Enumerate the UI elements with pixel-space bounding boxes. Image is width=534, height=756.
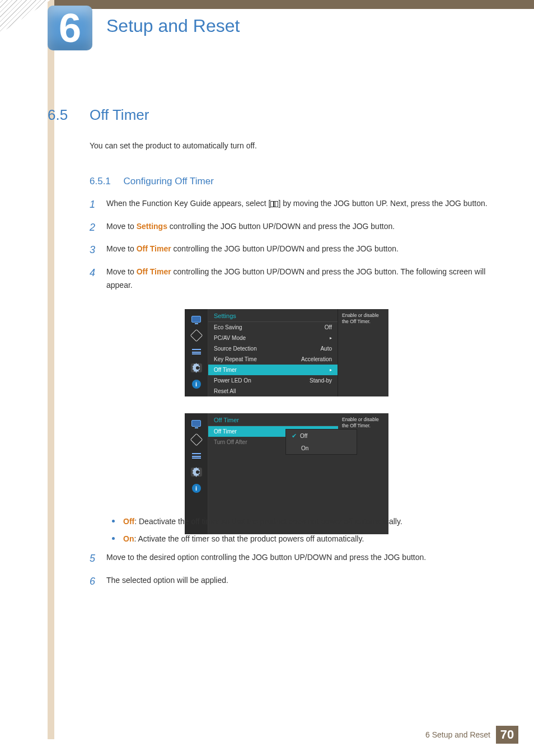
option-bullet-list: Off: Deactivate the off timer so that th… xyxy=(109,514,490,548)
gear-icon xyxy=(191,468,202,477)
osd-row-reset-all: Reset All xyxy=(208,386,338,396)
page-footer: 6 Setup and Reset 70 xyxy=(425,726,518,744)
osd-row-label: Off Timer xyxy=(214,428,237,435)
osd-row-off-timer: Off Timer ▸ xyxy=(208,365,338,375)
highlight-settings: Settings xyxy=(137,222,167,231)
osd-row-value: Off xyxy=(325,324,332,330)
step-number: 3 xyxy=(90,241,106,259)
step-3: 3 Move to Off Timer controlling the JOG … xyxy=(90,241,493,259)
step-body: When the Function Key Guide appears, sel… xyxy=(106,196,493,213)
step-2: 2 Move to Settings controlling the JOG b… xyxy=(90,219,493,236)
bullet-bold: On xyxy=(123,534,134,543)
highlight-off-timer: Off Timer xyxy=(137,267,171,276)
osd-row-label: PC/AV Mode xyxy=(214,335,246,341)
osd-row-label: Reset All xyxy=(214,388,236,394)
osd-menu-panel: Settings Eco Saving Off PC/AV Mode ▸ Sou… xyxy=(208,309,338,396)
gear-icon xyxy=(191,363,202,372)
osd-help-panel: Enable or disable the Off Timer. xyxy=(338,309,388,396)
step-body: Move to the desired option controlling t… xyxy=(106,550,493,567)
info-icon: i xyxy=(191,484,202,493)
step-text: Move to xyxy=(106,267,137,276)
steps-list: 1 When the Function Key Guide appears, s… xyxy=(90,196,493,297)
section-number: 6.5 xyxy=(48,106,90,124)
info-icon: i xyxy=(191,380,202,389)
list-icon xyxy=(191,451,202,460)
osd-option-popup: ✔ Off On xyxy=(285,429,357,455)
bullet-on: On: Activate the off timer so that the p… xyxy=(109,531,490,547)
section-heading: 6.5 Off Timer xyxy=(48,106,149,124)
osd-row-value: Auto xyxy=(320,346,332,352)
step-body: The selected option will be applied. xyxy=(106,573,493,590)
step-4: 4 Move to Off Timer controlling the JOG … xyxy=(90,264,493,292)
bullet-bold: Off xyxy=(123,517,134,526)
step-number: 1 xyxy=(90,196,106,213)
chevron-right-icon: ▸ xyxy=(330,335,332,340)
osd-row-source-detection: Source Detection Auto xyxy=(208,343,338,354)
step-body: Move to Off Timer controlling the JOG bu… xyxy=(106,241,493,259)
step-5: 5 Move to the desired option controlling… xyxy=(90,550,493,567)
check-icon: ✔ xyxy=(292,432,297,440)
move-icon xyxy=(191,435,202,444)
subsection-heading: 6.5.1 Configuring Off Timer xyxy=(90,176,214,187)
move-icon xyxy=(191,331,202,340)
chapter-number-badge: 6 xyxy=(48,6,92,50)
osd-row-label: Key Repeat Time xyxy=(214,356,257,362)
step-text: Move to xyxy=(106,244,137,253)
osd-option-on: On xyxy=(286,442,357,454)
osd-row-label: Eco Saving xyxy=(214,324,242,330)
osd-row-label: Power LED On xyxy=(214,377,251,384)
step-text: controlling the JOG button UP/DOWN and p… xyxy=(171,244,399,253)
osd-option-label: Off xyxy=(300,433,307,439)
step-number: 6 xyxy=(90,573,106,590)
osd-panel-title: Off Timer xyxy=(208,413,338,426)
osd-panel-title: Settings xyxy=(208,309,338,322)
subsection-number: 6.5.1 xyxy=(90,176,111,186)
step-body: Move to Settings controlling the JOG but… xyxy=(106,219,493,236)
step-number: 5 xyxy=(90,550,106,567)
osd-option-off: ✔ Off xyxy=(286,430,357,442)
osd-icon-column: i xyxy=(185,309,208,396)
chapter-title: Setup and Reset xyxy=(106,16,240,36)
osd-row-label: Off Timer xyxy=(214,367,237,373)
step-text: Move to xyxy=(106,222,137,231)
osd-settings-screen: i Settings Eco Saving Off PC/AV Mode ▸ S… xyxy=(185,309,388,396)
monitor-icon xyxy=(191,419,202,428)
monitor-icon xyxy=(191,315,202,324)
steps-list-continued: 5 Move to the desired option controlling… xyxy=(90,550,493,595)
step-text: When the Function Key Guide appears, sel… xyxy=(106,199,270,208)
osd-row-label: Source Detection xyxy=(214,346,257,352)
osd-row-value: Acceleration xyxy=(301,356,332,362)
corner-hatch-decoration xyxy=(0,0,50,34)
osd-row-key-repeat-time: Key Repeat Time Acceleration xyxy=(208,354,338,365)
highlight-off-timer: Off Timer xyxy=(137,244,171,253)
chevron-right-icon: ▸ xyxy=(330,367,332,372)
step-text: controlling the JOG button UP/DOWN and p… xyxy=(167,222,395,231)
bullet-text: : Deactivate the off timer so that the p… xyxy=(134,517,402,526)
osd-row-power-led-on: Power LED On Stand-by xyxy=(208,375,338,386)
subsection-title: Configuring Off Timer xyxy=(124,176,214,186)
top-accent-bar xyxy=(53,0,534,9)
bullet-off: Off: Deactivate the off timer so that th… xyxy=(109,514,490,529)
osd-option-label: On xyxy=(301,445,308,451)
footer-chapter-label: 6 Setup and Reset xyxy=(425,730,490,739)
step-number: 4 xyxy=(90,264,106,292)
intro-paragraph: You can set the product to automatically… xyxy=(90,141,257,150)
step-number: 2 xyxy=(90,219,106,236)
step-6: 6 The selected option will be applied. xyxy=(90,573,493,590)
page-number: 70 xyxy=(496,726,518,744)
bullet-text: : Activate the off timer so that the pro… xyxy=(134,534,364,543)
list-icon xyxy=(191,347,202,356)
step-1: 1 When the Function Key Guide appears, s… xyxy=(90,196,493,213)
section-title: Off Timer xyxy=(90,106,149,124)
step-text: ] by moving the JOG button UP. Next, pre… xyxy=(278,199,487,208)
menu-icon xyxy=(270,201,278,207)
osd-row-eco-saving: Eco Saving Off xyxy=(208,322,338,333)
osd-row-label: Turn Off After xyxy=(214,439,247,445)
step-body: Move to Off Timer controlling the JOG bu… xyxy=(106,264,493,292)
osd-row-pcav-mode: PC/AV Mode ▸ xyxy=(208,333,338,343)
osd-row-value: Stand-by xyxy=(310,377,332,384)
